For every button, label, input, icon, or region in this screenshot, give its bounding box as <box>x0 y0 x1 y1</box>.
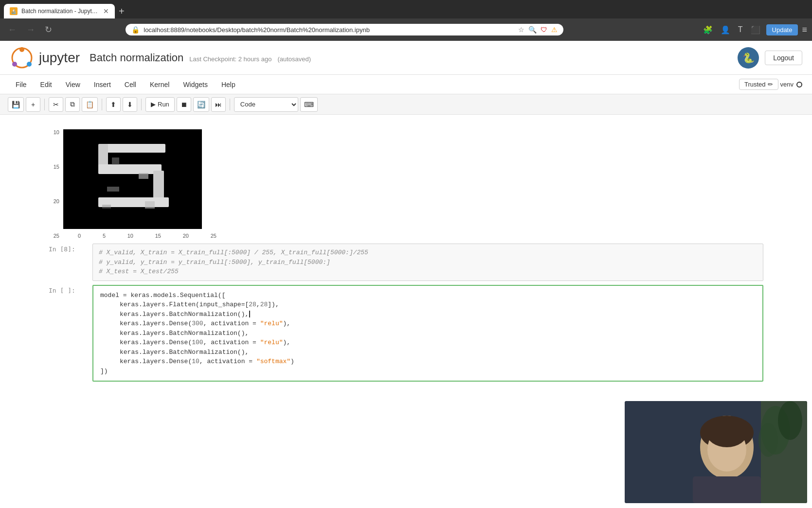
video-content <box>625 401 807 503</box>
code-line-2: # y_valid, y_train = y_train_full[:5000]… <box>99 258 757 267</box>
header-right: 🐍 Logout <box>738 47 802 69</box>
menu-edit[interactable]: Edit <box>35 79 58 90</box>
menu-file[interactable]: File <box>10 79 33 90</box>
x-label-0: 0 <box>78 233 81 239</box>
svg-point-19 <box>758 423 778 457</box>
code-line-batchnorm-2: keras.layers.BatchNormalization(), <box>100 329 756 338</box>
kernel-name: venv <box>780 81 794 88</box>
video-placeholder <box>625 401 807 503</box>
keyboard-icon-btn[interactable]: ⌨ <box>300 97 318 112</box>
menu-insert[interactable]: Insert <box>88 79 117 90</box>
x-label-20: 20 <box>183 233 189 239</box>
translate-icon[interactable]: T <box>736 23 745 36</box>
svg-rect-10 <box>112 158 119 165</box>
run-button[interactable]: ▶ Run <box>145 97 175 112</box>
code-line-1: # X_valid, X_train = X_train_full[:5000]… <box>99 248 757 258</box>
code-line-dense-2: keras.layers.Dense(100, activation = "re… <box>100 338 756 348</box>
address-text: localhost:8889/notebooks/Desktop/batch%2… <box>144 26 514 34</box>
address-bar[interactable]: 🔒 localhost:8889/notebooks/Desktop/batch… <box>126 24 563 35</box>
menu-kernel[interactable]: Kernel <box>144 79 175 90</box>
cell-1-container: In [8]: # X_valid, X_train = X_train_ful… <box>49 244 763 281</box>
digit-image <box>63 129 202 229</box>
x-axis: 0 5 10 15 20 25 <box>63 231 217 239</box>
restart-run-button[interactable]: ⏭ <box>211 97 226 112</box>
new-tab-btn[interactable]: + <box>115 6 128 17</box>
checkpoint-text: Last Checkpoint: 2 hours ago <box>189 55 271 63</box>
search-icon[interactable]: 🔍 <box>528 26 537 34</box>
notebook-title[interactable]: Batch normalization <box>90 52 183 64</box>
menu-cell[interactable]: Cell <box>119 79 142 90</box>
x-label-15: 15 <box>155 233 161 239</box>
svg-point-24 <box>706 418 747 447</box>
menu-widgets[interactable]: Widgets <box>177 79 214 90</box>
y-label-15: 15 <box>49 164 59 170</box>
shield-icon[interactable]: 🛡 <box>541 26 547 34</box>
autosaved-text: (autosaved) <box>277 55 311 63</box>
code-line-close: ]) <box>100 367 756 376</box>
code-line-model: model = keras.models.Sequential([ <box>100 291 756 300</box>
lock-icon: 🔒 <box>131 26 140 34</box>
edit-icon: ✏ <box>768 81 773 88</box>
cell-8-body[interactable]: # X_valid, X_train = X_train_full[:5000]… <box>92 244 763 281</box>
cell-type-selector[interactable]: Code Markdown Raw NBConvert Heading <box>234 97 298 112</box>
move-up-button[interactable]: ⬆ <box>106 97 121 112</box>
paste-button[interactable]: 📋 <box>82 97 98 112</box>
menu-help[interactable]: Help <box>216 79 241 90</box>
jupyter-logo-text: jupyter <box>39 50 80 66</box>
chart-container: 10 15 20 25 <box>0 124 812 244</box>
move-down-button[interactable]: ⬇ <box>123 97 137 112</box>
save-button[interactable]: 💾 <box>8 97 24 112</box>
code-line-batchnorm-1: keras.layers.BatchNormalization(), <box>100 310 756 319</box>
extensions-icon[interactable]: 🧩 <box>701 23 715 36</box>
nav-forward-btn[interactable]: → <box>23 24 38 36</box>
python-icon: 🐍 <box>738 47 759 69</box>
stop-button[interactable]: ⏹ <box>177 97 191 112</box>
toolbar-separator-1 <box>44 99 45 110</box>
update-button[interactable]: Update <box>766 24 798 35</box>
copy-button[interactable]: ⧉ <box>65 97 80 112</box>
nav-refresh-btn[interactable]: ↻ <box>42 23 55 36</box>
x-label-10: 10 <box>127 233 133 239</box>
svg-rect-13 <box>102 205 111 209</box>
menu-view[interactable]: View <box>60 79 86 90</box>
jupyter-header: jupyter Batch normalization Last Checkpo… <box>0 41 812 75</box>
kernel-info: venv <box>780 81 802 88</box>
cell-2-container: In [ ]: model = keras.models.Sequential(… <box>49 285 763 382</box>
toolbar-separator-4 <box>230 99 230 110</box>
hamburger-menu[interactable]: ≡ <box>802 25 807 35</box>
code-cell-active: In [ ]: model = keras.models.Sequential(… <box>49 285 763 382</box>
trusted-label: Trusted <box>744 81 766 88</box>
active-tab[interactable]: 🔬 Batch normalization - Jupyter N ✕ <box>4 4 115 18</box>
restart-button[interactable]: 🔄 <box>193 97 209 112</box>
svg-point-3 <box>27 62 32 67</box>
code-line-batchnorm-3: keras.layers.BatchNormalization(), <box>100 348 756 357</box>
jupyter-menu: File Edit View Insert Cell Kernel Widget… <box>0 75 812 94</box>
bookmark-icon[interactable]: ☆ <box>518 26 524 34</box>
profile-icon[interactable]: 👤 <box>719 23 732 36</box>
run-label: Run <box>158 101 169 108</box>
logout-button[interactable]: Logout <box>765 51 802 65</box>
cell-active-code[interactable]: model = keras.models.Sequential([ keras.… <box>92 285 763 382</box>
svg-point-18 <box>778 401 802 440</box>
y-label-25: 25 <box>49 233 59 239</box>
nav-back-btn[interactable]: ← <box>5 24 19 36</box>
cell-8-code[interactable]: # X_valid, X_train = X_train_full[:5000]… <box>92 244 763 281</box>
svg-point-2 <box>12 62 17 67</box>
jupyter-logo-icon <box>10 46 34 70</box>
svg-rect-11 <box>139 173 148 179</box>
puzzle-icon[interactable]: ⬛ <box>749 23 762 36</box>
code-line-dense-1: keras.layers.Dense(300, activation = "re… <box>100 319 756 329</box>
svg-rect-14 <box>145 201 155 209</box>
add-cell-button[interactable]: + <box>26 97 40 112</box>
x-label-5: 5 <box>103 233 106 239</box>
toolbar-separator-2 <box>102 99 102 110</box>
trusted-button[interactable]: Trusted ✏ <box>739 79 778 90</box>
tab-favicon: 🔬 <box>10 7 18 15</box>
cell-active-body[interactable]: model = keras.models.Sequential([ keras.… <box>92 285 763 382</box>
code-line-flatten: keras.layers.Flatten(input_shape=[28,28]… <box>100 300 756 310</box>
y-label-20: 20 <box>49 198 59 204</box>
cut-button[interactable]: ✂ <box>49 97 63 112</box>
jupyter-toolbar: 💾 + ✂ ⧉ 📋 ⬆ ⬇ ▶ Run ⏹ 🔄 ⏭ Code Markdown … <box>0 94 812 115</box>
tab-close-btn[interactable]: ✕ <box>103 7 109 15</box>
chart-plot-area: 0 5 10 15 20 25 <box>63 129 217 239</box>
